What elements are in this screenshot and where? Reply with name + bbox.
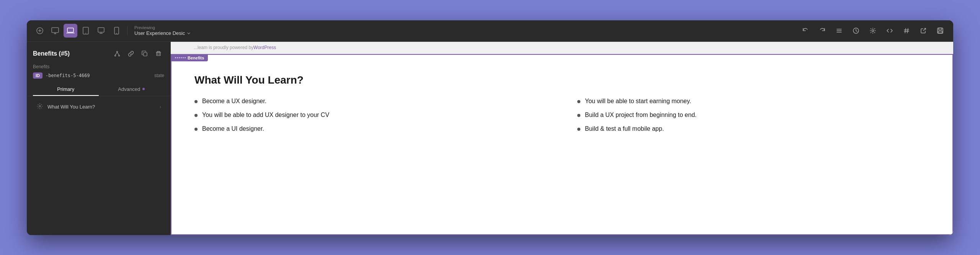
bullet-icon <box>577 128 580 131</box>
state-badge: state <box>154 73 164 78</box>
benefit-text: Become a UX designer. <box>202 98 266 105</box>
previewing-label: Previewing <box>134 25 191 30</box>
list-item: Become a UI designer. <box>194 125 547 132</box>
benefits-content: What Will You Learn? Become a UX designe… <box>172 55 952 144</box>
preview-value: User Experience Desic <box>134 30 191 36</box>
hash-icon-btn[interactable] <box>900 24 913 38</box>
svg-rect-33 <box>157 53 160 56</box>
sidebar-title: Benefits (#5) <box>33 50 70 57</box>
svg-point-9 <box>85 33 86 34</box>
benefits-tag: Benefits <box>171 54 208 61</box>
list-item: You will be able to start earning money. <box>577 98 929 105</box>
sidebar-item-what-will-you-learn[interactable]: What Will You Learn? › <box>30 99 167 115</box>
benefits-label: Benefits <box>27 63 170 72</box>
bullet-icon <box>194 100 198 103</box>
tablet-icon-btn[interactable] <box>79 24 93 38</box>
sidebar-item-label: What Will You Learn? <box>47 104 156 110</box>
duplicate-icon-btn[interactable] <box>139 48 150 59</box>
add-button[interactable] <box>33 24 47 38</box>
benefit-text: You will be able to add UX designer to y… <box>202 112 329 118</box>
svg-point-19 <box>872 30 874 32</box>
list-item: Build & test a full mobile app. <box>577 125 929 132</box>
topbar: Previewing User Experience Desic <box>27 20 953 42</box>
svg-point-27 <box>117 51 118 52</box>
content-above-bar: ...leam is proudly powered by WordPress <box>171 42 953 54</box>
hierarchy-icon-btn[interactable] <box>111 48 123 59</box>
benefit-text: Become a UI designer. <box>202 125 264 132</box>
svg-rect-26 <box>938 31 942 33</box>
powered-text: ...leam is proudly powered by <box>194 45 253 50</box>
svg-line-31 <box>117 52 119 55</box>
delete-icon-btn[interactable] <box>153 48 164 59</box>
svg-rect-6 <box>67 28 74 32</box>
wordpress-link[interactable]: WordPress <box>253 45 276 50</box>
list-item: Build a UX project from beginning to end… <box>577 112 929 118</box>
benefit-text: Build & test a full mobile app. <box>585 125 664 132</box>
chevron-right-icon: › <box>160 104 161 110</box>
benefits-block[interactable]: Benefits What Will You Learn? Become a U… <box>171 54 953 235</box>
phone-icon-btn[interactable] <box>109 24 123 38</box>
bullet-icon <box>194 114 198 117</box>
topbar-right-actions <box>799 24 947 38</box>
list-icon-btn[interactable] <box>832 24 846 38</box>
benefit-text: You will be able to start earning money. <box>585 98 691 105</box>
svg-rect-25 <box>939 28 942 30</box>
sidebar-id-row: ID -benefits-5-4669 state <box>27 72 170 83</box>
list-item: Become a UX designer. <box>194 98 547 105</box>
link-icon-btn[interactable] <box>125 48 137 59</box>
gear-icon <box>36 103 44 111</box>
benefits-title: What Will You Learn? <box>194 74 929 86</box>
bullet-icon <box>577 114 580 117</box>
svg-point-28 <box>115 55 116 56</box>
bullet-icon <box>577 100 580 103</box>
svg-line-21 <box>907 28 908 33</box>
undo-button[interactable] <box>799 24 812 38</box>
redo-button[interactable] <box>815 24 829 38</box>
sidebar-actions <box>111 48 164 59</box>
id-value: -benefits-5-4669 <box>46 73 90 78</box>
tab-advanced-dot <box>142 88 145 90</box>
id-badge: ID <box>33 72 42 79</box>
clock-icon-btn[interactable] <box>849 24 863 38</box>
svg-point-29 <box>119 55 120 56</box>
sidebar-tabs: Primary Advanced <box>27 83 170 96</box>
export-icon-btn[interactable] <box>916 24 930 38</box>
tab-advanced[interactable]: Advanced <box>99 83 165 96</box>
svg-rect-3 <box>52 28 59 33</box>
save-icon-btn[interactable] <box>933 24 947 38</box>
main-area: Benefits (#5) <box>27 42 953 235</box>
preview-info: Previewing User Experience Desic <box>134 25 191 36</box>
svg-line-20 <box>905 28 906 33</box>
svg-line-30 <box>115 52 117 55</box>
sidebar: Benefits (#5) <box>27 42 171 235</box>
monitor-icon-btn[interactable] <box>48 24 62 38</box>
divider-1 <box>127 26 127 35</box>
benefit-text: Build a UX project from beginning to end… <box>585 112 697 118</box>
settings-icon-btn[interactable] <box>866 24 880 38</box>
content-area: ...leam is proudly powered by WordPress <box>171 42 953 235</box>
drag-handle-icon <box>175 57 186 58</box>
svg-point-14 <box>116 33 117 34</box>
content-frame: Benefits What Will You Learn? Become a U… <box>171 54 953 235</box>
benefits-list: Become a UX designer. You will be able t… <box>194 98 929 132</box>
sidebar-header: Benefits (#5) <box>27 42 170 63</box>
list-item: You will be able to add UX designer to y… <box>194 112 547 118</box>
svg-rect-32 <box>144 53 147 56</box>
tab-primary[interactable]: Primary <box>33 83 99 96</box>
svg-point-36 <box>39 105 41 107</box>
code-icon-btn[interactable] <box>883 24 897 38</box>
desktop-small-icon-btn[interactable] <box>94 24 108 38</box>
app-window: Previewing User Experience Desic <box>27 20 953 235</box>
svg-rect-10 <box>98 28 104 32</box>
bullet-icon <box>194 128 198 131</box>
laptop-icon-btn[interactable] <box>64 24 77 38</box>
